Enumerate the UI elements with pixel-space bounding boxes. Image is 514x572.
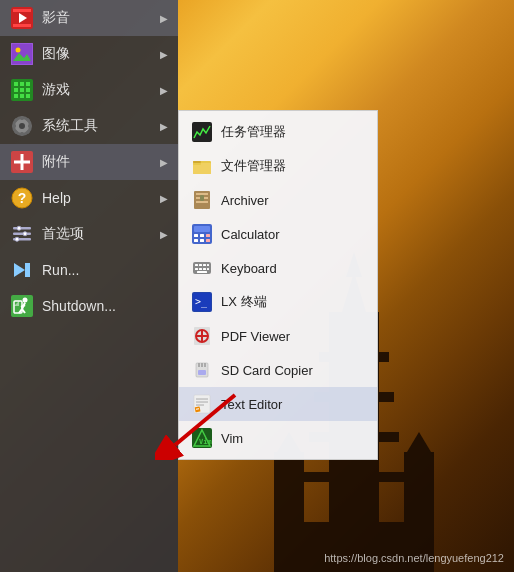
svg-rect-28 — [20, 94, 24, 98]
submenu-keyboard[interactable]: Keyboard — [179, 251, 377, 285]
menu-item-tuxiang[interactable]: 图像 ▶ — [0, 36, 178, 72]
submenu-file-manager[interactable]: 文件管理器 — [179, 149, 377, 183]
svg-rect-68 — [196, 193, 208, 195]
svg-rect-86 — [199, 268, 202, 270]
svg-rect-4 — [304, 472, 404, 482]
pdf-viewer-label: PDF Viewer — [221, 329, 290, 344]
svg-rect-13 — [13, 9, 31, 12]
submenu-sd-card-copier[interactable]: SD Card Copier — [179, 353, 377, 387]
submenu-text-editor[interactable]: Text Editor — [179, 387, 377, 421]
left-menu: 影音 ▶ 图像 ▶ — [0, 0, 178, 572]
svg-point-55 — [23, 298, 28, 303]
svg-rect-98 — [198, 363, 200, 367]
svg-rect-46 — [13, 227, 31, 230]
svg-point-50 — [23, 232, 27, 236]
submenu-vim[interactable]: Vim Vim — [179, 421, 377, 455]
svg-rect-27 — [14, 94, 18, 98]
shouxiang-label: 首选项 — [42, 225, 84, 243]
shouxiang-arrow: ▶ — [160, 229, 168, 240]
xitong-arrow: ▶ — [160, 121, 168, 132]
help-icon: ? — [10, 186, 34, 210]
svg-rect-81 — [195, 264, 198, 266]
tuxiang-icon — [10, 42, 34, 66]
yiyin-label: 影音 — [42, 9, 70, 27]
svg-line-107 — [196, 409, 199, 410]
svg-rect-33 — [21, 116, 24, 120]
menu-item-run[interactable]: Run... — [0, 252, 178, 288]
svg-rect-47 — [13, 233, 31, 236]
file-manager-label: 文件管理器 — [221, 157, 286, 175]
calculator-label: Calculator — [221, 227, 280, 242]
menu-item-shouxiang[interactable]: 首选项 ▶ — [0, 216, 178, 252]
text-editor-icon — [191, 393, 213, 415]
archiver-icon — [191, 189, 213, 211]
keyboard-icon — [191, 257, 213, 279]
svg-rect-87 — [203, 268, 206, 270]
run-icon — [10, 258, 34, 282]
fujian-label: 附件 — [42, 153, 70, 171]
menu-item-shutdown[interactable]: Shutdown... — [0, 288, 178, 324]
right-submenu: 任务管理器 文件管理器 Archiver — [178, 110, 378, 460]
svg-rect-100 — [204, 363, 206, 367]
calculator-icon — [191, 223, 213, 245]
svg-rect-79 — [206, 239, 210, 242]
menu-item-xitong[interactable]: 系统工具 ▶ — [0, 108, 178, 144]
yiyin-arrow: ▶ — [160, 13, 168, 24]
svg-rect-53 — [25, 263, 30, 277]
svg-rect-35 — [12, 125, 16, 128]
archiver-label: Archiver — [221, 193, 269, 208]
svg-rect-8 — [274, 452, 304, 572]
svg-point-32 — [19, 123, 25, 129]
task-manager-icon — [191, 121, 213, 143]
menu-item-yiyin[interactable]: 影音 ▶ — [0, 0, 178, 36]
svg-rect-73 — [194, 226, 210, 232]
sd-card-copier-icon — [191, 359, 213, 381]
svg-rect-26 — [26, 88, 30, 92]
svg-rect-74 — [194, 234, 198, 237]
svg-rect-34 — [21, 132, 24, 136]
svg-rect-25 — [20, 88, 24, 92]
youxi-arrow: ▶ — [160, 85, 168, 96]
svg-rect-14 — [13, 24, 31, 27]
xitong-label: 系统工具 — [42, 117, 98, 135]
task-manager-label: 任务管理器 — [221, 123, 286, 141]
submenu-pdf-viewer[interactable]: PDF Viewer — [179, 319, 377, 353]
svg-point-49 — [17, 226, 21, 230]
svg-rect-66 — [193, 161, 201, 163]
tuxiang-arrow: ▶ — [160, 49, 168, 60]
svg-text:>_: >_ — [195, 296, 208, 308]
svg-rect-77 — [194, 239, 198, 242]
menu-item-fujian[interactable]: 附件 ▶ — [0, 144, 178, 180]
svg-rect-29 — [26, 94, 30, 98]
svg-rect-78 — [200, 239, 204, 242]
submenu-lx-terminal[interactable]: >_ LX 终端 — [179, 285, 377, 319]
svg-point-51 — [15, 237, 19, 241]
fujian-icon — [10, 150, 34, 174]
vim-label: Vim — [221, 431, 243, 446]
svg-text:Vim: Vim — [199, 438, 212, 446]
svg-point-17 — [16, 48, 21, 53]
tuxiang-label: 图像 — [42, 45, 70, 63]
svg-rect-21 — [14, 82, 18, 86]
submenu-calculator[interactable]: Calculator — [179, 217, 377, 251]
lx-terminal-label: LX 终端 — [221, 293, 267, 311]
svg-rect-83 — [203, 264, 206, 266]
text-editor-label: Text Editor — [221, 397, 282, 412]
shouxiang-icon — [10, 222, 34, 246]
svg-rect-101 — [198, 370, 206, 375]
svg-rect-22 — [20, 82, 24, 86]
shutdown-icon — [10, 294, 34, 318]
submenu-task-manager[interactable]: 任务管理器 — [179, 115, 377, 149]
svg-rect-16 — [11, 43, 33, 65]
svg-rect-99 — [201, 363, 203, 367]
menu-item-help[interactable]: ? Help ▶ — [0, 180, 178, 216]
xitong-icon — [10, 114, 34, 138]
menu-item-youxi[interactable]: 游戏 ▶ — [0, 72, 178, 108]
submenu-archiver[interactable]: Archiver — [179, 183, 377, 217]
svg-marker-11 — [404, 432, 434, 457]
svg-rect-7 — [284, 522, 424, 572]
youxi-label: 游戏 — [42, 81, 70, 99]
keyboard-label: Keyboard — [221, 261, 277, 276]
watermark: https://blog.csdn.net/lengyuefeng212 — [324, 552, 504, 564]
pdf-viewer-icon — [191, 325, 213, 347]
